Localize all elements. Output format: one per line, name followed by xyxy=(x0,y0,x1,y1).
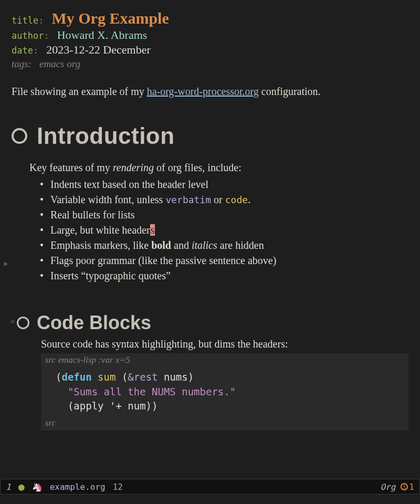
heading-star-icon: * xyxy=(9,317,16,329)
list-item: Variable width font, unless verbatim or … xyxy=(40,192,408,207)
doc-title: My Org Example xyxy=(51,9,169,27)
modeline-major-mode[interactable]: Org xyxy=(380,482,395,492)
meta-key-date: date xyxy=(12,45,33,56)
meta-tags-line: tags: emacs org xyxy=(12,58,408,70)
heading-1-text: Introduction xyxy=(37,123,175,149)
meta-author-line: author: Howard X. Abrams xyxy=(12,28,408,42)
code-blocks-lead: Source code has syntax highlighting, but… xyxy=(41,338,408,350)
src-block-header: src emacs-lisp :var x=5 xyxy=(41,353,408,367)
list-item: Indents text based on the header level xyxy=(40,177,408,192)
list-item: Real bullets for lists xyxy=(40,207,408,223)
modeline-line-number: 12 xyxy=(113,482,123,492)
list-item: Large, but white headers xyxy=(40,223,408,238)
flycheck-warning-count[interactable]: !1 xyxy=(401,482,414,492)
heading-code-blocks[interactable]: * Code Blocks xyxy=(9,312,408,334)
src-block-footer: src xyxy=(41,417,408,430)
modeline[interactable]: 1 ● 🦄 example.org 12 Org !1 xyxy=(0,479,420,495)
meta-date-line: date: 2023-12-22 December xyxy=(12,43,408,57)
heading-2-text: Code Blocks xyxy=(37,312,151,334)
editor-buffer[interactable]: title: My Org Example author: Howard X. … xyxy=(0,0,420,430)
list-item: Emphasis markers, like bold and italics … xyxy=(40,238,408,253)
list-item: Inserts “typographic quotes” xyxy=(40,268,408,284)
intro-paragraph: File showing an example of my ha-org-wor… xyxy=(12,85,408,99)
modeline-window-number: 1 xyxy=(6,482,11,492)
meta-title-line: title: My Org Example xyxy=(12,9,408,27)
heading-bullet-icon xyxy=(17,317,29,329)
config-link[interactable]: ha-org-word-processor.org xyxy=(147,86,259,97)
warning-icon: ! xyxy=(401,483,408,490)
list-item: Flags poor grammar (like the passive sen… xyxy=(40,253,408,268)
fringe-indicator-icon: » xyxy=(3,259,7,268)
modeline-filename[interactable]: example.org xyxy=(50,482,106,492)
text-cursor: s xyxy=(150,224,155,236)
features-list: Indents text based on the header level V… xyxy=(29,177,408,284)
doc-author: Howard X. Abrams xyxy=(57,28,148,41)
meta-key-tags: tags: xyxy=(12,58,32,69)
heading-bullet-icon xyxy=(12,128,27,144)
doc-date: 2023-12-22 December xyxy=(46,43,151,56)
doc-tags: emacs org xyxy=(39,58,80,69)
modified-indicator-icon: ● xyxy=(18,480,25,493)
src-block[interactable]: (defun sum (&rest nums) "Sums all the NU… xyxy=(41,367,408,417)
heading-introduction[interactable]: Introduction xyxy=(12,123,408,149)
buffer-icon: 🦄 xyxy=(32,482,43,492)
code-blocks-section[interactable]: Source code has syntax highlighting, but… xyxy=(41,338,408,430)
meta-key-author: author xyxy=(12,30,44,41)
features-lead: Key features of my rendering of org file… xyxy=(29,162,408,174)
features-section[interactable]: Key features of my rendering of org file… xyxy=(29,162,408,284)
meta-key-title: title xyxy=(12,15,38,26)
